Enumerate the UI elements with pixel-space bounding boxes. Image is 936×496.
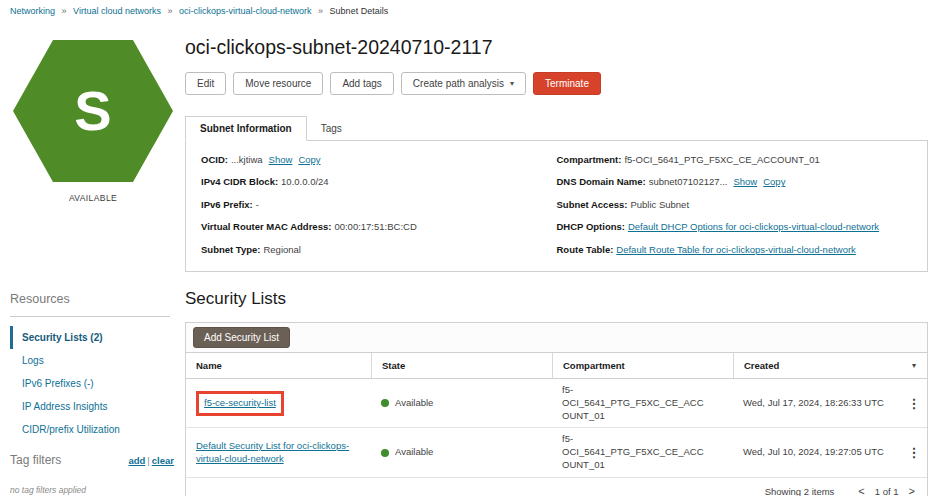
- column-header-name[interactable]: Name: [186, 353, 371, 378]
- subnet-hexagon-icon: S: [13, 40, 173, 182]
- column-header-state[interactable]: State: [371, 353, 552, 378]
- page-indicator: 1 of 1: [875, 486, 899, 496]
- security-lists-table: Add Security List Name State Compartment…: [185, 322, 928, 496]
- state-cell: Available: [371, 441, 552, 464]
- main-content: oci-clickops-subnet-20240710-2117 Edit M…: [185, 30, 928, 496]
- tag-filters-add-link[interactable]: add: [128, 455, 145, 466]
- field-ocid: OCID:...kjtiwaShowCopy: [201, 155, 557, 166]
- field-ipv6-prefix: IPv6 Prefix:-: [201, 200, 557, 211]
- field-ipv4-cidr: IPv4 CIDR Block:10.0.0.0/24: [201, 177, 557, 188]
- breadcrumb-separator: »: [318, 6, 323, 16]
- column-header-compartment[interactable]: Compartment: [552, 353, 733, 378]
- breadcrumb-current: Subnet Details: [330, 6, 389, 16]
- field-label: DHCP Options:: [557, 221, 625, 232]
- terminate-button[interactable]: Terminate: [533, 72, 601, 95]
- field-label: Subnet Type:: [201, 244, 260, 255]
- field-label: Virtual Router MAC Address:: [201, 221, 331, 232]
- field-value: Public Subnet: [630, 199, 689, 210]
- route-table-link[interactable]: Default Route Table for oci-clickops-vir…: [616, 244, 856, 255]
- table-footer: Showing 2 items < 1 of 1 >: [186, 478, 927, 496]
- created-cell: Wed, Jul 17, 2024, 18:26:33 UTC: [733, 392, 901, 415]
- field-label: Subnet Access:: [557, 199, 628, 210]
- field-value: 00:00:17:51:BC:CD: [334, 221, 416, 232]
- field-label: IPv6 Prefix:: [201, 199, 253, 210]
- field-compartment: Compartment:f5-OCI_5641_PTG_F5XC_CE_ACCO…: [557, 155, 913, 166]
- page-prev-icon[interactable]: <: [858, 485, 864, 496]
- dns-show-link[interactable]: Show: [733, 176, 757, 187]
- sidebar-item-ip-address-insights[interactable]: IP Address Insights: [10, 395, 174, 418]
- state-label: Available: [395, 446, 433, 459]
- tag-filters-separator: |: [147, 455, 149, 466]
- sidebar-divider: [10, 316, 170, 317]
- field-label: OCID:: [201, 154, 228, 165]
- state-cell: Available: [371, 392, 552, 415]
- state-label: Available: [395, 397, 433, 410]
- sort-caret-icon[interactable]: ▾: [901, 353, 927, 378]
- kebab-menu-icon[interactable]: ⋮: [901, 396, 927, 411]
- caret-down-icon: ▾: [510, 79, 514, 88]
- security-list-link[interactable]: f5-ce-security-list: [204, 397, 276, 408]
- breadcrumb-link-vcn[interactable]: oci-clickops-virtual-cloud-network: [179, 6, 312, 16]
- table-toolbar: Add Security List: [186, 323, 927, 353]
- table-row: Default Security List for oci-clickops-v…: [186, 428, 927, 477]
- created-cell: Wed, Jul 10, 2024, 19:27:05 UTC: [733, 441, 901, 464]
- name-cell: f5-ce-security-list: [186, 386, 371, 421]
- tag-filters-clear-link[interactable]: clear: [152, 455, 174, 466]
- field-label: DNS Domain Name:: [557, 176, 646, 187]
- showing-items-label: Showing 2 items: [765, 486, 835, 496]
- add-security-list-button[interactable]: Add Security List: [193, 327, 290, 348]
- dns-copy-link[interactable]: Copy: [763, 176, 785, 187]
- sidebar-item-security-lists[interactable]: Security Lists (2): [10, 326, 174, 349]
- compartment-cell: f5-OCI_5641_PTG_F5XC_CE_ACCOUNT_01: [552, 379, 720, 427]
- field-subnet-type: Subnet Type:Regional: [201, 245, 557, 256]
- field-dns-domain: DNS Domain Name:subnet07102127...ShowCop…: [557, 177, 913, 188]
- field-label: IPv4 CIDR Block:: [201, 176, 278, 187]
- dhcp-options-link[interactable]: Default DHCP Options for oci-clickops-vi…: [628, 221, 879, 232]
- sidebar-item-ipv6-prefixes[interactable]: IPv6 Prefixes (-): [10, 372, 174, 395]
- ocid-show-link[interactable]: Show: [269, 154, 293, 165]
- highlight-box: f5-ce-security-list: [196, 391, 284, 416]
- field-value: f5-OCI_5641_PTG_F5XC_CE_ACCOUNT_01: [624, 154, 819, 165]
- table-header-row: Name State Compartment Created ▾: [186, 353, 927, 379]
- field-router-mac: Virtual Router MAC Address:00:00:17:51:B…: [201, 222, 557, 233]
- sidebar-item-cidr-prefix-utilization[interactable]: CIDR/prefix Utilization: [10, 418, 174, 441]
- tab-subnet-information[interactable]: Subnet Information: [185, 116, 307, 141]
- tab-tags[interactable]: Tags: [307, 117, 356, 140]
- page-next-icon[interactable]: >: [909, 485, 915, 496]
- create-path-analysis-button[interactable]: Create path analysis ▾: [401, 72, 526, 95]
- field-subnet-access: Subnet Access:Public Subnet: [557, 200, 913, 211]
- field-value: -: [256, 199, 259, 210]
- column-header-created[interactable]: Created: [733, 353, 901, 378]
- sidebar-item-logs[interactable]: Logs: [10, 349, 174, 372]
- security-list-link[interactable]: Default Security List for oci-clickops-v…: [196, 440, 349, 464]
- security-lists-heading: Security Lists: [185, 289, 928, 309]
- subnet-icon-letter: S: [74, 83, 111, 139]
- info-column-right: Compartment:f5-OCI_5641_PTG_F5XC_CE_ACCO…: [557, 155, 913, 257]
- tag-filters-empty-note: no tag filters applied: [10, 485, 86, 495]
- field-value: Regional: [263, 244, 301, 255]
- field-value: 10.0.0.0/24: [281, 176, 329, 187]
- edit-button[interactable]: Edit: [185, 72, 226, 95]
- field-label: Route Table:: [557, 244, 614, 255]
- field-value: ...kjtiwa: [231, 154, 263, 165]
- action-bar: Edit Move resource Add tags Create path …: [185, 72, 928, 95]
- create-path-analysis-label: Create path analysis: [413, 78, 504, 89]
- status-dot-icon: [381, 449, 389, 457]
- kebab-menu-icon[interactable]: ⋮: [901, 445, 927, 460]
- compartment-cell: f5-OCI_5641_PTG_F5XC_CE_ACCOUNT_01: [552, 428, 720, 476]
- field-label: Compartment:: [557, 154, 622, 165]
- field-route-table: Route Table:Default Route Table for oci-…: [557, 245, 913, 256]
- resources-nav: Security Lists (2) Logs IPv6 Prefixes (-…: [10, 326, 174, 441]
- ocid-copy-link[interactable]: Copy: [298, 154, 320, 165]
- tag-filters-heading: Tag filters: [10, 453, 61, 467]
- field-value: subnet07102127...: [649, 176, 728, 187]
- tag-filters: Tag filters add|clear: [10, 453, 174, 467]
- tab-bar: Subnet Information Tags: [185, 116, 928, 140]
- move-resource-button[interactable]: Move resource: [233, 72, 323, 95]
- name-cell: Default Security List for oci-clickops-v…: [186, 435, 371, 471]
- table-row: f5-ce-security-list Available f5-OCI_564…: [186, 379, 927, 428]
- sidebar: S AVAILABLE Resources Security Lists (2)…: [0, 0, 180, 496]
- resources-heading: Resources: [10, 292, 70, 306]
- add-tags-button[interactable]: Add tags: [330, 72, 393, 95]
- page-title: oci-clickops-subnet-20240710-2117: [185, 36, 928, 58]
